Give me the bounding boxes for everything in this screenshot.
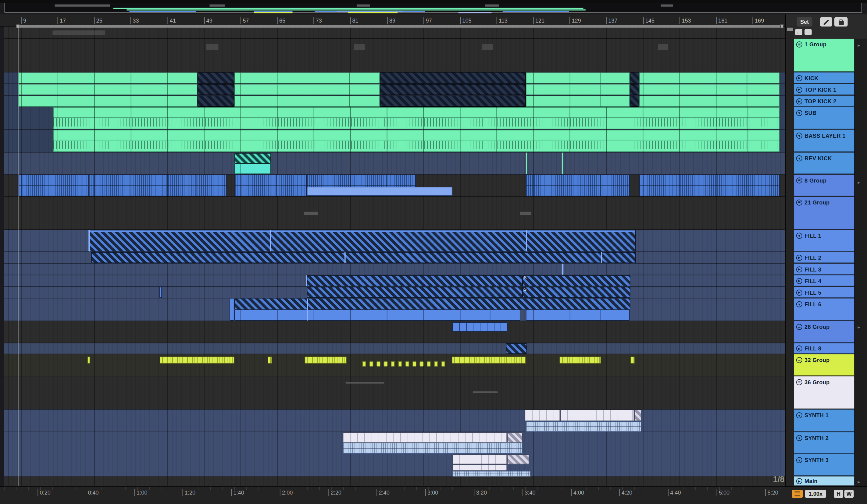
clip[interactable] (441, 361, 445, 366)
clip[interactable] (427, 361, 431, 366)
clip[interactable] (268, 357, 272, 364)
clip[interactable] (391, 361, 395, 366)
clip[interactable] (234, 310, 521, 320)
track-header-synth2[interactable]: ▼SYNTH 2 (794, 432, 855, 454)
track-header-bass1[interactable]: ▼BASS LAYER 1 (794, 130, 855, 152)
clip[interactable] (482, 44, 493, 50)
track-lane-synth3[interactable] (4, 454, 785, 476)
clip[interactable] (639, 73, 780, 84)
track-header-fill3[interactable]: ▶FILL 3 (794, 264, 855, 275)
clip[interactable] (87, 357, 90, 364)
track-header-topkick1[interactable]: ▶TOP KICK 1 (794, 84, 855, 95)
clip[interactable] (452, 464, 507, 471)
clip[interactable] (434, 361, 438, 366)
clip[interactable] (234, 96, 380, 107)
clip[interactable] (197, 84, 235, 95)
arrangement-overview[interactable] (4, 3, 862, 13)
clip[interactable] (639, 84, 780, 95)
track-header-topkick2[interactable]: ▶TOP KICK 2 (794, 96, 855, 107)
clip[interactable] (304, 212, 318, 215)
clip[interactable] (376, 361, 381, 366)
clip[interactable] (53, 107, 780, 130)
track-lane-spacer[interactable] (4, 26, 785, 39)
track-header-group21[interactable]: ≡21 Group (794, 197, 855, 229)
clip[interactable] (344, 252, 346, 263)
clip[interactable] (159, 287, 162, 298)
clip[interactable] (413, 361, 416, 366)
clip[interactable] (630, 84, 639, 95)
clip[interactable]: S (523, 287, 630, 298)
clip[interactable] (601, 252, 602, 263)
clip[interactable] (52, 31, 105, 35)
clip[interactable] (53, 130, 780, 152)
clip[interactable] (197, 96, 235, 107)
zoom-width-button[interactable]: W (844, 490, 854, 498)
vertical-scrollbar[interactable] (785, 26, 794, 486)
clip[interactable] (630, 357, 635, 364)
clip[interactable] (197, 73, 235, 84)
clip[interactable] (91, 252, 636, 263)
clip[interactable] (526, 310, 630, 320)
track-header-group28[interactable]: ≡28 Group (794, 321, 855, 343)
clip[interactable] (88, 230, 90, 252)
track-lane-group21[interactable] (4, 197, 785, 230)
playhead[interactable] (18, 26, 19, 486)
clip[interactable] (354, 44, 365, 50)
event-mode-button[interactable] (792, 490, 803, 498)
clip[interactable] (343, 443, 523, 454)
clip[interactable] (560, 357, 601, 364)
clip[interactable] (160, 357, 234, 364)
clip[interactable] (307, 187, 452, 196)
clip[interactable] (88, 230, 636, 252)
track-lane-fill8[interactable] (4, 343, 785, 354)
clip[interactable] (380, 96, 526, 107)
clip[interactable] (639, 96, 780, 107)
clip[interactable] (526, 421, 641, 431)
clip[interactable] (526, 73, 630, 84)
clip[interactable] (526, 175, 630, 196)
clip[interactable] (88, 175, 226, 196)
track-header-main[interactable]: ▶Main (794, 476, 855, 486)
clip[interactable] (562, 153, 563, 174)
clip[interactable] (346, 382, 384, 383)
track-header-revkick[interactable]: ▼REV KICK (794, 153, 855, 174)
clip[interactable] (398, 361, 402, 366)
clip[interactable] (234, 84, 380, 95)
track-header-sub[interactable]: ▼SUB (794, 107, 855, 130)
clip[interactable] (206, 44, 218, 50)
clip[interactable] (384, 361, 388, 366)
track-header-fill6[interactable]: ▼FILL 6 (794, 298, 855, 320)
clip[interactable] (526, 230, 527, 252)
track-lane-revkick[interactable] (4, 153, 785, 175)
clip[interactable] (307, 298, 308, 320)
track-header-fill2[interactable]: ▶FILL 2 (794, 252, 855, 263)
clip[interactable] (506, 343, 527, 353)
panel-collapse-arrow[interactable]: ▸ (858, 480, 860, 484)
track-lane-synth1[interactable] (4, 409, 785, 432)
clip[interactable] (234, 73, 380, 84)
clip[interactable] (526, 153, 527, 174)
track-header-fill1[interactable]: ▼FILL 1 (794, 230, 855, 252)
clip[interactable] (507, 454, 529, 464)
clip[interactable] (405, 361, 409, 366)
clip[interactable] (473, 391, 498, 393)
clip[interactable] (18, 84, 197, 95)
track-lane-group1[interactable] (4, 39, 785, 73)
clip[interactable] (18, 175, 88, 196)
clip[interactable] (362, 361, 366, 366)
clip[interactable] (507, 432, 523, 442)
clip[interactable] (639, 175, 780, 196)
clip[interactable] (658, 44, 668, 50)
clip[interactable] (380, 84, 526, 95)
clip[interactable] (520, 212, 531, 215)
track-header-group8[interactable]: ≡8 Group (794, 175, 855, 196)
playback-speed-button[interactable]: 1.00x (805, 490, 826, 498)
clip[interactable] (270, 230, 271, 252)
clip[interactable] (560, 409, 634, 421)
clip[interactable] (452, 454, 507, 464)
clip[interactable] (234, 164, 271, 174)
clip[interactable]: S (523, 275, 630, 286)
clip[interactable] (420, 361, 424, 366)
clip[interactable] (526, 96, 630, 107)
panel-collapse-arrow[interactable]: ▸ (858, 180, 860, 185)
